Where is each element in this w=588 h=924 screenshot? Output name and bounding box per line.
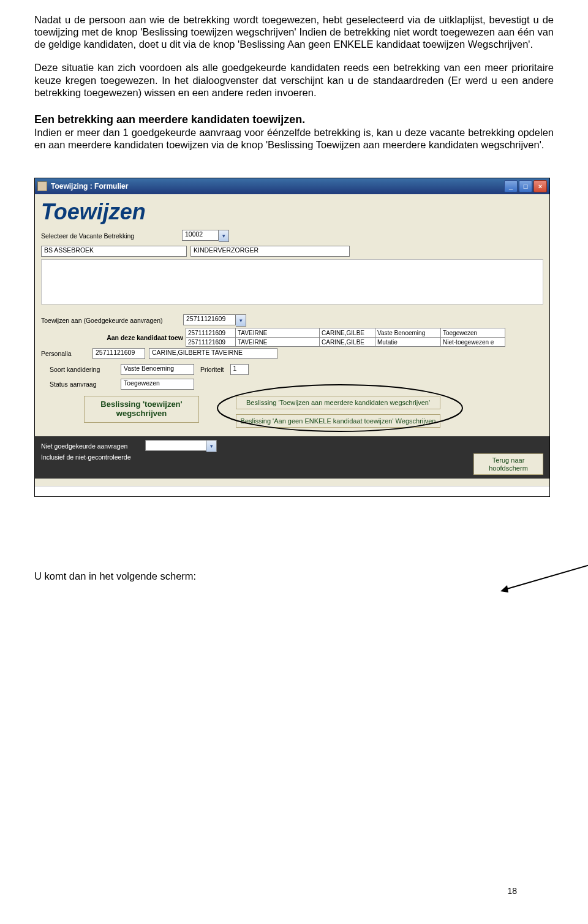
svg-marker-2 bbox=[500, 585, 508, 593]
annotation-arrow bbox=[500, 561, 588, 610]
kandidaat-id-field[interactable]: 25711121609 bbox=[183, 314, 236, 325]
cell: TAVEIRNE bbox=[236, 338, 320, 347]
close-button[interactable]: × bbox=[533, 180, 547, 192]
toewijzen-meerdere-button[interactable]: Beslissing 'Toewijzen aan meerdere kandi… bbox=[236, 396, 440, 409]
betrekking-combo[interactable]: 10002 ▾ bbox=[182, 230, 229, 242]
cell: CARINE,GILBE bbox=[320, 328, 375, 338]
prioriteit-field[interactable]: 1 bbox=[230, 364, 249, 375]
status-field[interactable]: Toegewezen bbox=[121, 379, 194, 390]
maximize-button[interactable]: □ bbox=[519, 180, 532, 192]
kandidaten-grid[interactable]: 25711121609 TAVEIRNE CARINE,GILBE Vaste … bbox=[186, 328, 505, 347]
label-niet-goedgekeurd: Niet goedgekeurde aanvragen bbox=[41, 442, 145, 450]
school-field[interactable]: BS ASSEBROEK bbox=[41, 246, 187, 257]
empty-block-1 bbox=[41, 259, 543, 305]
niet-goedgekeurd-combo[interactable]: ▾ bbox=[145, 440, 217, 452]
cell: Mutatie bbox=[375, 338, 441, 347]
label-soort: Soort kandidering bbox=[41, 366, 121, 373]
svg-line-1 bbox=[503, 564, 588, 590]
label-status: Status aanvraag bbox=[41, 381, 121, 388]
chevron-down-icon[interactable]: ▾ bbox=[206, 440, 217, 452]
terug-button[interactable]: Terug naar hoofdscherm bbox=[473, 453, 543, 475]
window-titlebar: Toewijzing : Formulier _ □ × bbox=[35, 178, 549, 194]
cell: Niet-toegewezen e bbox=[441, 338, 505, 347]
label-aan-deze: Aan deze kandidaat toew bbox=[41, 334, 186, 341]
form-footer bbox=[35, 486, 549, 496]
personalia-name-field[interactable]: CARINE,GILBERTE TAVEIRNE bbox=[149, 348, 277, 359]
table-row[interactable]: 25711121609 TAVEIRNE CARINE,GILBE Mutati… bbox=[186, 338, 505, 347]
label-personalia: Personalia bbox=[41, 350, 92, 357]
personalia-id-field[interactable]: 25711121609 bbox=[92, 348, 145, 359]
minimize-button[interactable]: _ bbox=[504, 180, 518, 192]
cell: CARINE,GILBE bbox=[320, 338, 375, 347]
label-inclusief: Inclusief de niet-gecontroleerde bbox=[41, 453, 225, 461]
section-heading: Een betrekking aan meerdere kandidaten t… bbox=[34, 113, 554, 126]
paragraph-3: Indien er meer dan 1 goedgekeurde aanvra… bbox=[34, 126, 554, 151]
form-heading: Toewijzen bbox=[41, 199, 543, 225]
label-select-betrekking: Selecteer de Vacante Betrekking bbox=[41, 232, 182, 240]
window-title: Toewijzing : Formulier bbox=[51, 182, 128, 191]
page-number: 18 bbox=[507, 886, 517, 896]
chevron-down-icon[interactable]: ▾ bbox=[219, 230, 229, 242]
footer-paragraph: U komt dan in het volgende scherm: bbox=[34, 570, 554, 582]
label-toewijzen-aan: Toewijzen aan (Goedgekeurde aanvragen) bbox=[41, 317, 183, 324]
table-row[interactable]: 25711121609 TAVEIRNE CARINE,GILBE Vaste … bbox=[186, 328, 505, 338]
kandidaat-combo[interactable]: 25711121609 ▾ bbox=[183, 314, 246, 327]
chevron-down-icon[interactable]: ▾ bbox=[236, 314, 246, 327]
cell: 25711121609 bbox=[186, 328, 236, 338]
geen-enkele-button[interactable]: Beslissing 'Aan geen ENKELE kandidaat to… bbox=[236, 414, 440, 428]
paragraph-1: Nadat u de persoon aan wie de betrekking… bbox=[34, 13, 554, 50]
window-icon bbox=[37, 181, 47, 191]
niet-goedgekeurd-field[interactable] bbox=[145, 440, 206, 451]
cell: 25711121609 bbox=[186, 338, 236, 347]
cell: TAVEIRNE bbox=[236, 328, 320, 338]
soort-field[interactable]: Vaste Benoeming bbox=[121, 364, 194, 375]
betrekking-id-field[interactable]: 10002 bbox=[182, 230, 219, 241]
label-prioriteit: Prioriteit bbox=[194, 366, 230, 373]
functie-field[interactable]: KINDERVERZORGER bbox=[190, 246, 350, 257]
paragraph-2: Deze situatie kan zich voordoen als alle… bbox=[34, 61, 554, 98]
beslissing-toewijzen-button[interactable]: Beslissing 'toewijzen' wegschrijven bbox=[84, 396, 199, 423]
cell: Vaste Benoeming bbox=[375, 328, 441, 338]
form-window: Toewijzing : Formulier _ □ × Toewijzen S… bbox=[34, 178, 550, 497]
cell: Toegewezen bbox=[441, 328, 505, 338]
